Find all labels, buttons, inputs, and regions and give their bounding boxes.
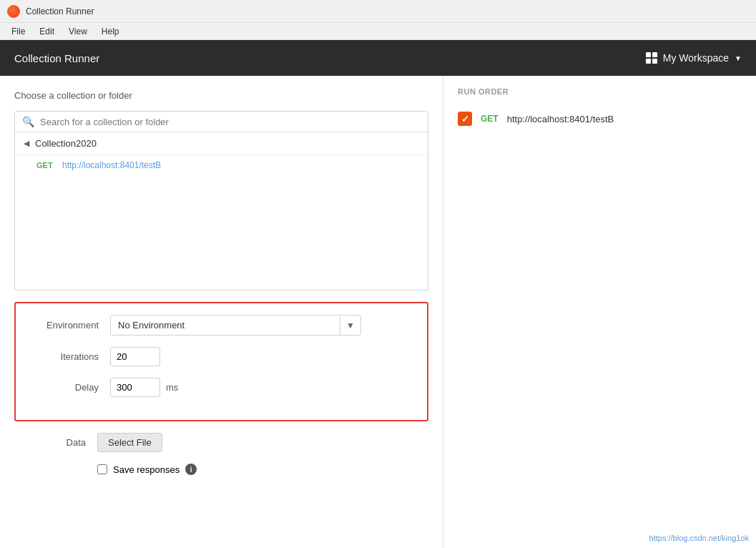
title-bar: Collection Runner xyxy=(0,0,756,23)
search-input[interactable] xyxy=(40,117,421,127)
run-method: GET xyxy=(481,114,499,124)
iterations-row: Iterations xyxy=(27,347,416,366)
run-order-item: ✓ GET http://localhost:8401/testB xyxy=(458,107,742,130)
menu-bar: File Edit View Help xyxy=(0,23,756,40)
workspace-selector[interactable]: My Workspace ▼ xyxy=(646,52,742,64)
collapse-arrow-icon: ◀ xyxy=(24,139,29,148)
app-header: Collection Runner My Workspace ▼ xyxy=(0,40,756,76)
app-title-text: Collection Runner xyxy=(26,6,94,16)
save-responses-checkbox[interactable] xyxy=(97,464,107,474)
run-order-label: RUN ORDER xyxy=(458,87,742,96)
save-responses-row: Save responses i xyxy=(14,464,428,475)
iterations-input[interactable] xyxy=(110,347,160,366)
method-badge: GET xyxy=(36,161,57,170)
header-title: Collection Runner xyxy=(14,52,99,64)
iterations-label: Iterations xyxy=(27,351,99,362)
menu-file[interactable]: File xyxy=(6,25,31,38)
env-dropdown-arrow-btn[interactable]: ▼ xyxy=(340,316,360,335)
environment-row: Environment No Environment ▼ xyxy=(27,315,416,336)
collection-item[interactable]: ◀ Collection2020 xyxy=(15,132,428,155)
watermark: https://blog.csdn.net/king1ok xyxy=(649,534,749,542)
request-item[interactable]: GET http://localhost:8401/testB xyxy=(15,155,428,175)
run-checkbox-checked[interactable]: ✓ xyxy=(458,112,472,126)
workspace-grid-icon xyxy=(646,52,657,64)
choose-label: Choose a collection or folder xyxy=(14,90,428,101)
menu-help[interactable]: Help xyxy=(96,25,125,38)
workspace-dropdown-arrow: ▼ xyxy=(735,54,742,62)
environment-label: Environment xyxy=(27,320,99,331)
search-box: 🔍 xyxy=(15,112,428,132)
delay-label: Delay xyxy=(27,382,99,393)
run-url: http://localhost:8401/testB xyxy=(507,114,614,124)
delay-input[interactable] xyxy=(110,378,160,397)
menu-view[interactable]: View xyxy=(63,25,93,38)
environment-select[interactable]: No Environment xyxy=(111,315,340,335)
select-file-button[interactable]: Select File xyxy=(97,433,162,452)
save-responses-label: Save responses xyxy=(113,464,180,475)
config-highlight-box: Environment No Environment ▼ Iterations … xyxy=(14,302,428,421)
empty-list-area xyxy=(15,175,428,290)
workspace-name: My Workspace xyxy=(663,52,729,64)
info-icon[interactable]: i xyxy=(185,464,197,475)
delay-unit: ms xyxy=(166,382,178,393)
search-icon: 🔍 xyxy=(22,116,34,127)
search-collection-container: 🔍 ◀ Collection2020 GET http://localhost:… xyxy=(14,111,428,290)
collection-name: Collection2020 xyxy=(35,138,97,149)
environment-dropdown[interactable]: No Environment ▼ xyxy=(110,315,361,336)
app-icon xyxy=(7,5,20,18)
delay-row: Delay ms xyxy=(27,378,416,397)
save-responses-wrap: Save responses i xyxy=(97,464,197,475)
request-url: http://localhost:8401/testB xyxy=(62,160,161,170)
menu-edit[interactable]: Edit xyxy=(34,25,60,38)
main-content: Choose a collection or folder 🔍 ◀ Collec… xyxy=(0,76,756,548)
data-label: Data xyxy=(14,437,86,448)
right-panel: RUN ORDER ✓ GET http://localhost:8401/te… xyxy=(443,76,756,548)
data-row: Data Select File xyxy=(14,433,428,452)
left-panel: Choose a collection or folder 🔍 ◀ Collec… xyxy=(0,76,443,548)
